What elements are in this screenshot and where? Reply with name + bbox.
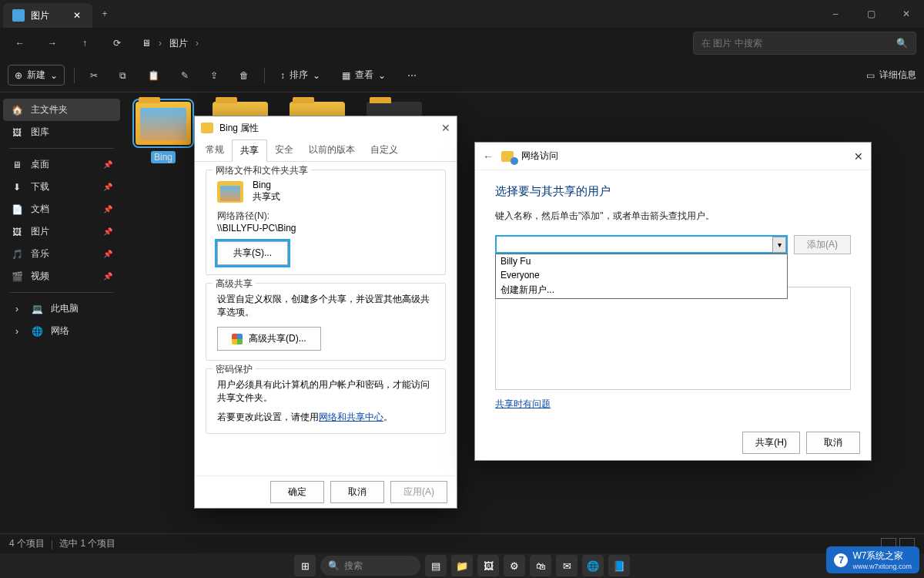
paste-button[interactable]: 📋 [142, 67, 166, 84]
sidebar-item-downloads[interactable]: ⬇ 下载 📌 [0, 176, 123, 198]
refresh-button[interactable]: ⟳ [105, 31, 129, 55]
add-button[interactable]: 添加(A) [794, 235, 851, 254]
advanced-share-button[interactable]: 高级共享(D)... [217, 327, 321, 351]
copy-button[interactable]: ⧉ [113, 67, 132, 84]
window-tab[interactable]: 图片 ✕ [3, 3, 92, 28]
share-confirm-button[interactable]: 共享(H) [742, 432, 800, 454]
taskbar-explorer[interactable]: 📁 [451, 555, 473, 576]
breadcrumb-folder[interactable]: 图片 [169, 37, 188, 50]
dropdown-option[interactable]: Billy Fu [496, 254, 787, 268]
forward-button[interactable]: → [40, 31, 65, 55]
search-icon: 🔍 [328, 560, 340, 571]
details-icon: ▭ [866, 70, 875, 81]
details-button[interactable]: ▭ 详细信息 [866, 69, 916, 82]
chevron-down-icon: ⌄ [378, 70, 386, 81]
breadcrumb[interactable]: 🖥 › 图片 › [142, 37, 199, 50]
new-button[interactable]: ⊕ 新建 ⌄ [8, 65, 65, 86]
tab-customize[interactable]: 自定义 [363, 139, 406, 161]
view-button[interactable]: ▦ 查看 ⌄ [336, 66, 392, 85]
navbar: ← → ↑ ⟳ 🖥 › 图片 › 🔍 [0, 28, 924, 59]
close-window-button[interactable]: ✕ [889, 0, 924, 28]
cancel-button[interactable]: 取消 [330, 481, 384, 503]
apply-button[interactable]: 应用(A) [390, 481, 447, 503]
pictures-app-icon [12, 9, 25, 22]
sidebar-item-gallery[interactable]: 🖼 图库 [0, 121, 123, 143]
wizard-title: 网络访问 [521, 150, 558, 163]
view-icon: ▦ [342, 70, 350, 81]
dropdown-option[interactable]: Everyone [496, 268, 787, 282]
sort-button[interactable]: ↕ 排序 ⌄ [274, 66, 326, 85]
dropdown-option[interactable]: 创建新用户... [496, 282, 787, 298]
sidebar-item-thispc[interactable]: › 💻 此电脑 [0, 297, 123, 320]
tab-security[interactable]: 安全 [267, 139, 301, 161]
network-sharing-center-link[interactable]: 网络和共享中心 [319, 412, 383, 422]
network-access-wizard: ← 网络访问 ✕ 选择要与其共享的用户 键入名称，然后单击"添加"，或者单击箭头… [474, 142, 872, 461]
more-button[interactable]: ⋯ [401, 67, 423, 84]
shield-icon [232, 334, 243, 344]
sidebar-item-home[interactable]: 🏠 主文件夹 [3, 99, 120, 121]
network-sharing-group: 网络文件和文件夹共享 Bing 共享式 网络路径(N): \\BILLYFU-P… [206, 170, 446, 275]
tab-close-button[interactable]: ✕ [71, 10, 83, 21]
tab-general[interactable]: 常规 [198, 139, 232, 161]
chevron-down-icon: ⌄ [313, 70, 320, 81]
downloads-icon: ⬇ [11, 181, 23, 193]
taskbar-store[interactable]: 🛍 [530, 555, 551, 576]
cancel-button[interactable]: 取消 [806, 432, 860, 454]
sidebar-item-network[interactable]: › 🌐 网络 [0, 320, 123, 342]
sidebar-item-videos[interactable]: 🎬 视频 📌 [0, 265, 123, 287]
share-button[interactable]: 共享(S)... [217, 241, 288, 265]
close-button[interactable]: ✕ [441, 122, 450, 134]
cut-button[interactable]: ✂ [84, 67, 104, 84]
share-button[interactable]: ⇪ [204, 67, 224, 84]
taskbar-search[interactable]: 🔍 搜索 [320, 556, 420, 576]
user-combo[interactable]: ▾ Billy Fu Everyone 创建新用户... [495, 235, 788, 254]
user-input[interactable] [495, 235, 788, 254]
rename-button[interactable]: ✎ [175, 67, 195, 84]
maximize-button[interactable]: ▢ [853, 0, 889, 28]
search-box[interactable]: 🔍 [693, 32, 916, 55]
start-button[interactable]: ⊞ [294, 555, 316, 576]
ok-button[interactable]: 确定 [270, 481, 324, 503]
search-icon[interactable]: 🔍 [896, 38, 908, 49]
new-tab-button[interactable]: + [92, 8, 117, 19]
watermark: 7 W7系统之家 www.w7xitong.com [826, 546, 919, 573]
properties-dialog: Bing 属性 ✕ 常规 共享 安全 以前的版本 自定义 网络文件和文件夹共享 … [194, 116, 457, 509]
user-list[interactable] [495, 287, 851, 390]
taskview-button[interactable]: ▤ [425, 555, 447, 576]
taskbar-photos[interactable]: 🖼 [477, 555, 499, 576]
sharing-trouble-link[interactable]: 共享时有问题 [495, 398, 851, 411]
folder-label: Bing [151, 151, 176, 163]
sidebar-separator [9, 292, 114, 293]
sidebar-item-music[interactable]: 🎵 音乐 📌 [0, 243, 123, 265]
thispc-icon: 🖥 [142, 38, 151, 49]
taskbar-word[interactable]: 📘 [608, 555, 630, 576]
properties-titlebar[interactable]: Bing 属性 ✕ [195, 116, 457, 139]
close-button[interactable]: ✕ [854, 150, 863, 163]
wizard-subtext: 键入名称，然后单击"添加"，或者单击箭头查找用户。 [495, 210, 851, 223]
home-icon: 🏠 [11, 104, 23, 116]
password-desc-2: 若要更改此设置，请使用网络和共享中心。 [217, 411, 434, 424]
sidebar-item-documents[interactable]: 📄 文档 📌 [0, 198, 123, 220]
tab-share[interactable]: 共享 [232, 139, 267, 162]
back-button[interactable]: ← [483, 150, 494, 163]
sidebar-item-pictures[interactable]: 🖼 图片 📌 [0, 220, 123, 243]
folder-icon [136, 102, 191, 145]
taskbar-edge[interactable]: 🌐 [582, 555, 604, 576]
minimize-button[interactable]: – [818, 0, 853, 28]
search-input[interactable] [701, 38, 892, 49]
sidebar-item-desktop[interactable]: 🖥 桌面 📌 [0, 153, 123, 176]
folder-tile-bing[interactable]: Bing [132, 102, 194, 523]
dropdown-arrow-button[interactable]: ▾ [772, 237, 786, 253]
up-button[interactable]: ↑ [72, 31, 97, 55]
delete-button[interactable]: 🗑 [233, 67, 255, 84]
taskbar-mail[interactable]: ✉ [556, 555, 578, 576]
wizard-header[interactable]: ← 网络访问 ✕ [475, 143, 871, 170]
tab-previous-versions[interactable]: 以前的版本 [301, 139, 363, 161]
videos-icon: 🎬 [11, 271, 23, 283]
taskbar-settings[interactable]: ⚙ [504, 555, 525, 576]
back-button[interactable]: ← [8, 31, 32, 55]
chevron-down-icon: ⌄ [50, 70, 58, 81]
window-controls: – ▢ ✕ [818, 0, 924, 28]
pin-icon: 📌 [103, 250, 112, 258]
network-path-label: 网络路径(N): [217, 210, 434, 223]
